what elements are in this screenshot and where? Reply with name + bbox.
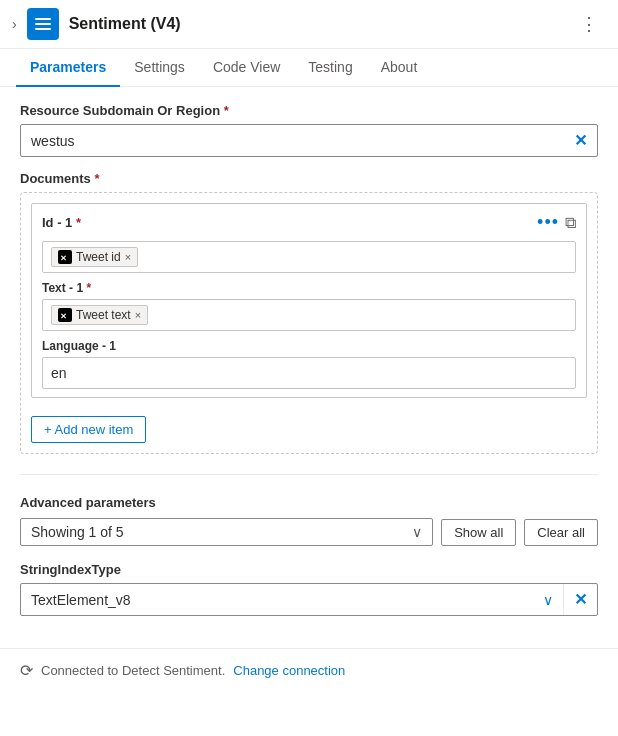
resource-required: * [224,103,229,118]
tab-testing[interactable]: Testing [294,49,366,87]
documents-label: Documents * [20,171,598,186]
clear-all-button[interactable]: Clear all [524,519,598,546]
advanced-parameters-section: Advanced parameters Showing 1 of 5 ∨ Sho… [20,495,598,546]
main-content: Resource Subdomain Or Region * ✕ Documen… [0,87,618,648]
string-index-clear-icon[interactable]: ✕ [563,584,597,615]
svg-text:✕: ✕ [60,254,67,262]
string-index-value: TextElement_v8 [31,592,131,608]
text-tag-field[interactable]: ✕ Tweet text × [42,299,576,331]
svg-rect-2 [35,28,51,30]
string-index-label: StringIndexType [20,562,598,577]
text-label: Text - 1 * [42,281,576,295]
string-index-dropdown[interactable]: TextElement_v8 ∨ [21,586,563,614]
doc-item-header: Id - 1 * ••• ⧉ [42,212,576,233]
language-label: Language - 1 [42,339,576,353]
advanced-label: Advanced parameters [20,495,598,510]
more-options-icon[interactable]: ⋮ [572,9,606,39]
tweet-text-label: Tweet text [76,308,131,322]
documents-section: Documents * Id - 1 * ••• ⧉ [20,171,598,454]
tweet-text-remove-icon[interactable]: × [135,309,141,321]
doc-item: Id - 1 * ••• ⧉ ✕ Twe [31,203,587,398]
tweet-text-icon: ✕ [58,308,72,322]
connection-icon: ⟳ [20,661,33,680]
resource-input[interactable] [21,127,564,155]
string-index-chev-icon: ∨ [543,592,553,608]
showing-row: Showing 1 of 5 ∨ Show all Clear all [20,518,598,546]
tweet-id-remove-icon[interactable]: × [125,251,131,263]
tweet-id-chip: ✕ Tweet id × [51,247,138,267]
doc-item-actions: ••• ⧉ [537,212,576,233]
section-divider [20,474,598,475]
show-all-button[interactable]: Show all [441,519,516,546]
showing-dropdown[interactable]: Showing 1 of 5 ∨ [20,518,433,546]
svg-rect-0 [35,18,51,20]
svg-rect-1 [35,23,51,25]
tweet-text-chip: ✕ Tweet text × [51,305,148,325]
documents-required: * [94,171,99,186]
documents-dashed-box: Id - 1 * ••• ⧉ ✕ Twe [20,192,598,454]
page-title: Sentiment (V4) [69,15,562,33]
tabs-bar: Parameters Settings Code View Testing Ab… [0,49,618,87]
add-new-item-button[interactable]: + Add new item [31,416,146,443]
id-tag-field[interactable]: ✕ Tweet id × [42,241,576,273]
showing-label: Showing 1 of 5 [31,524,124,540]
tab-parameters[interactable]: Parameters [16,49,120,87]
tweet-id-icon: ✕ [58,250,72,264]
string-index-select-wrap: TextElement_v8 ∨ ✕ [20,583,598,616]
tab-about[interactable]: About [367,49,432,87]
string-index-section: StringIndexType TextElement_v8 ∨ ✕ [20,562,598,616]
footer: ⟳ Connected to Detect Sentiment. Change … [0,648,618,692]
resource-input-wrap: ✕ [20,124,598,157]
language-value: en [42,357,576,389]
resource-label: Resource Subdomain Or Region * [20,103,598,118]
change-connection-link[interactable]: Change connection [233,663,345,678]
header: › Sentiment (V4) ⋮ [0,0,618,49]
app-icon [27,8,59,40]
back-chevron-icon[interactable]: › [12,16,17,32]
tab-settings[interactable]: Settings [120,49,199,87]
showing-chevron-icon: ∨ [412,524,422,540]
doc-item-dots-icon[interactable]: ••• [537,212,559,233]
connected-text: Connected to Detect Sentiment. [41,663,225,678]
resource-clear-icon[interactable]: ✕ [564,125,597,156]
tweet-id-label: Tweet id [76,250,121,264]
doc-item-copy-icon[interactable]: ⧉ [565,214,576,232]
tab-code-view[interactable]: Code View [199,49,294,87]
id-label: Id - 1 * [42,215,81,230]
svg-text:✕: ✕ [60,312,67,320]
